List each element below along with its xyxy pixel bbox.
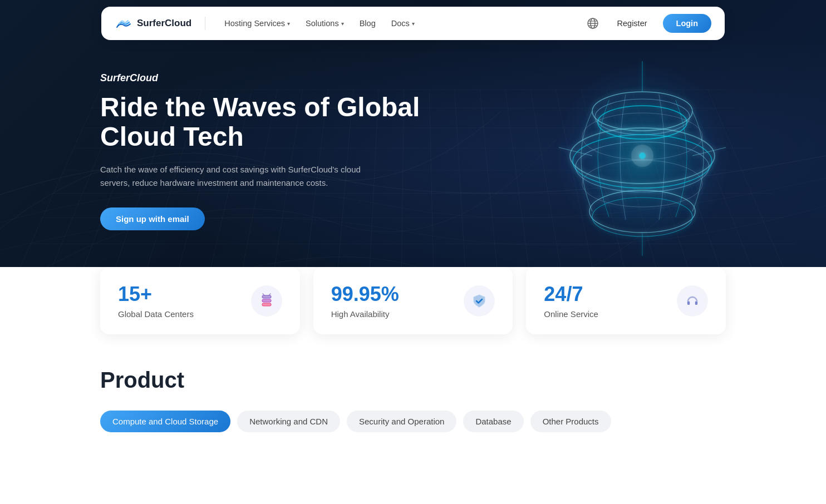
svg-rect-25: [687, 302, 690, 305]
navbar-wrapper: SurferCloud Hosting Services ▾ Solutions…: [101, 7, 725, 40]
stat-card-datacenters: 15+ Global Data Centers: [100, 267, 300, 334]
hero-content: SurferCloud Ride the Waves of Global Clo…: [100, 72, 462, 230]
hero-brand: SurferCloud: [100, 72, 462, 84]
svg-rect-26: [695, 302, 697, 305]
svg-rect-24: [262, 303, 271, 306]
stat-number-availability: 99.95%: [331, 283, 399, 306]
logo-text: SurferCloud: [137, 18, 191, 29]
stat-number-service: 24/7: [544, 283, 598, 306]
logo-icon: [115, 14, 132, 32]
tab-other-products[interactable]: Other Products: [530, 411, 611, 432]
hero-title: Ride the Waves of Global Cloud Tech: [100, 93, 462, 152]
stat-label-availability: High Availability: [331, 309, 399, 319]
product-section: Product Compute and Cloud Storage Networ…: [0, 334, 826, 454]
stat-label-service: Online Service: [544, 309, 598, 319]
hero-section: SurferCloud Ride the Waves of Global Clo…: [0, 0, 826, 312]
database-icon: [251, 285, 282, 317]
stats-section: 15+ Global Data Centers 99.95% High Avai…: [0, 267, 826, 334]
chevron-down-icon: ▾: [412, 21, 415, 27]
chevron-down-icon: ▾: [341, 21, 344, 27]
tab-database[interactable]: Database: [463, 411, 523, 432]
nav-links: Hosting Services ▾ Solutions ▾ Blog Docs…: [219, 14, 583, 32]
nav-solutions[interactable]: Solutions ▾: [300, 14, 350, 32]
tab-compute-cloud-storage[interactable]: Compute and Cloud Storage: [100, 411, 230, 432]
product-tabs: Compute and Cloud Storage Networking and…: [100, 411, 726, 432]
tab-networking-cdn[interactable]: Networking and CDN: [237, 411, 340, 432]
nav-hosting-services[interactable]: Hosting Services ▾: [219, 14, 296, 32]
svg-rect-23: [262, 299, 271, 302]
svg-rect-22: [262, 295, 271, 298]
product-title: Product: [100, 368, 726, 393]
nav-docs[interactable]: Docs ▾: [386, 14, 420, 32]
hero-3d-object: [537, 45, 748, 267]
register-button[interactable]: Register: [611, 16, 654, 31]
stat-label-datacenters: Global Data Centers: [118, 309, 194, 319]
stat-number-datacenters: 15+: [118, 283, 194, 306]
stat-card-availability: 99.95% High Availability: [313, 267, 513, 334]
logo-link[interactable]: SurferCloud: [115, 14, 191, 32]
chevron-down-icon: ▾: [287, 21, 290, 27]
nav-right: Register Login: [584, 14, 711, 33]
tab-security-operation[interactable]: Security and Operation: [347, 411, 456, 432]
svg-point-19: [639, 152, 646, 159]
hero-subtitle: Catch the wave of efficiency and cost sa…: [100, 163, 367, 190]
headset-icon: [677, 285, 708, 317]
nav-divider: [205, 17, 205, 30]
stat-card-service: 24/7 Online Service: [526, 267, 726, 334]
language-icon[interactable]: [584, 14, 602, 32]
login-button[interactable]: Login: [663, 14, 711, 33]
shield-check-icon: [464, 285, 495, 317]
nav-blog[interactable]: Blog: [354, 14, 381, 32]
signup-button[interactable]: Sign up with email: [100, 207, 205, 230]
navbar: SurferCloud Hosting Services ▾ Solutions…: [101, 7, 725, 40]
